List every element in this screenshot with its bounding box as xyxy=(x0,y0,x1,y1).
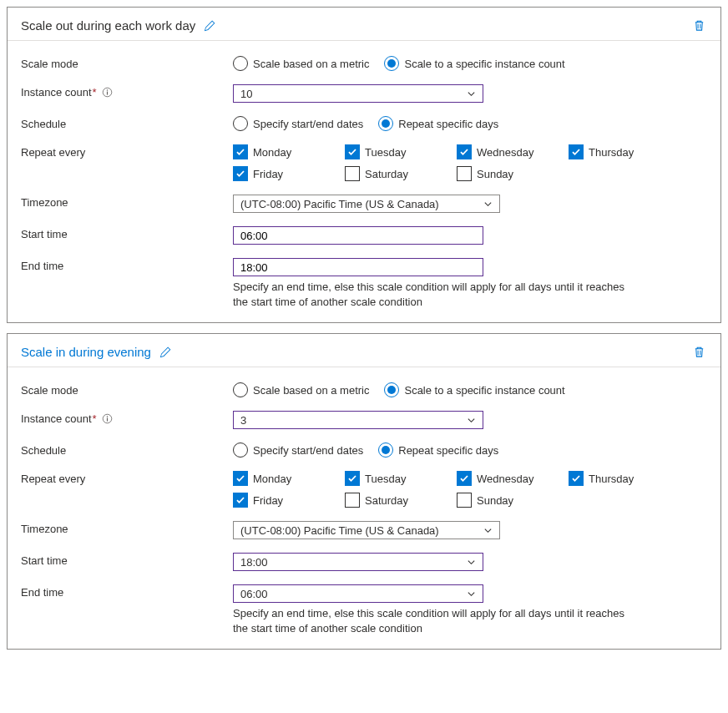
day-checkbox[interactable]: Sunday xyxy=(457,166,565,181)
chevron-down-icon xyxy=(467,589,476,599)
check-icon xyxy=(235,169,245,179)
schedule-repeat[interactable]: Repeat specific days xyxy=(378,442,498,458)
panel-body: Scale mode Scale based on a metric Scale… xyxy=(8,41,720,322)
day-label: Thursday xyxy=(589,473,634,485)
schedule-label: Schedule xyxy=(21,442,233,457)
scale-mode-specific[interactable]: Scale to a specific instance count xyxy=(384,56,564,71)
info-icon xyxy=(102,413,113,424)
chevron-down-icon xyxy=(483,200,493,209)
edit-title-button[interactable] xyxy=(202,18,217,33)
chevron-down-icon xyxy=(483,526,493,535)
day-label: Monday xyxy=(253,146,291,159)
schedule-repeat-label: Repeat specific days xyxy=(398,444,498,457)
day-checkbox[interactable]: Thursday xyxy=(569,471,677,486)
edit-icon xyxy=(159,346,171,358)
instance-count-label: Instance count* xyxy=(21,411,233,425)
svg-point-4 xyxy=(106,416,107,417)
day-label: Saturday xyxy=(365,494,408,507)
day-checkbox[interactable]: Wednesday xyxy=(457,144,565,159)
day-label: Tuesday xyxy=(365,473,406,485)
day-checkbox[interactable]: Wednesday xyxy=(457,471,565,486)
day-checkbox[interactable]: Thursday xyxy=(569,144,677,159)
scale-mode-label: Scale mode xyxy=(21,382,233,397)
svg-rect-2 xyxy=(107,92,108,95)
day-checkbox[interactable]: Tuesday xyxy=(345,471,453,486)
day-label: Wednesday xyxy=(477,146,533,159)
scale-mode-group: Scale based on a metric Scale to a speci… xyxy=(233,382,707,397)
day-checkbox[interactable]: Saturday xyxy=(345,166,453,181)
panel-header: Scale out during each work day xyxy=(8,8,720,41)
day-checkbox[interactable]: Friday xyxy=(233,166,341,181)
delete-icon xyxy=(693,19,705,32)
check-icon xyxy=(235,495,245,505)
start-time-select[interactable]: 18:00 xyxy=(233,553,483,571)
day-label: Saturday xyxy=(365,168,408,180)
chevron-down-icon xyxy=(467,558,476,567)
repeat-every-label: Repeat every xyxy=(21,144,233,159)
schedule-group: Specify start/end dates Repeat specific … xyxy=(233,116,707,131)
panel-body: Scale mode Scale based on a metric Scale… xyxy=(8,367,720,649)
day-label: Friday xyxy=(253,494,283,507)
timezone-label: Timezone xyxy=(21,521,233,535)
end-time-label: End time xyxy=(21,584,233,599)
start-time-label: Start time xyxy=(21,553,233,567)
day-label: Sunday xyxy=(477,168,513,180)
info-icon xyxy=(102,87,113,98)
panel-title: Scale in during evening xyxy=(21,345,151,359)
panel-title-wrap: Scale in during evening xyxy=(21,345,173,360)
end-time-label: End time xyxy=(21,258,233,272)
start-time-input[interactable] xyxy=(233,226,483,245)
edit-icon xyxy=(204,20,215,32)
check-icon xyxy=(571,147,581,157)
instance-count-select[interactable]: 10 xyxy=(233,84,483,103)
check-icon xyxy=(347,147,357,157)
scale-mode-metric[interactable]: Scale based on a metric xyxy=(233,56,369,71)
schedule-group: Specify start/end dates Repeat specific … xyxy=(233,442,707,458)
end-time-input[interactable] xyxy=(233,258,483,276)
scale-mode-metric[interactable]: Scale based on a metric xyxy=(233,382,369,397)
start-time-label: Start time xyxy=(21,226,233,240)
day-label: Friday xyxy=(253,168,283,180)
check-icon xyxy=(235,473,245,483)
day-checkbox[interactable]: Friday xyxy=(233,493,341,508)
scale-mode-specific[interactable]: Scale to a specific instance count xyxy=(384,382,564,397)
panel-header: Scale in during evening xyxy=(8,334,720,367)
scale-mode-specific-label: Scale to a specific instance count xyxy=(404,58,564,70)
check-icon xyxy=(571,473,581,483)
scale-mode-metric-label: Scale based on a metric xyxy=(253,384,369,397)
schedule-dates[interactable]: Specify start/end dates xyxy=(233,442,363,458)
schedule-dates[interactable]: Specify start/end dates xyxy=(233,116,363,131)
day-checkbox[interactable]: Monday xyxy=(233,471,341,486)
scale-mode-label: Scale mode xyxy=(21,56,233,70)
edit-title-button[interactable] xyxy=(158,345,173,360)
check-icon xyxy=(235,147,245,157)
day-label: Wednesday xyxy=(477,473,533,485)
day-checkbox[interactable]: Tuesday xyxy=(345,144,453,159)
end-time-select[interactable]: 06:00 xyxy=(233,584,483,603)
delete-icon xyxy=(693,346,705,358)
instance-count-label: Instance count* xyxy=(21,84,233,99)
day-checkbox[interactable]: Sunday xyxy=(457,493,565,508)
check-icon xyxy=(459,147,469,157)
schedule-dates-label: Specify start/end dates xyxy=(253,118,363,130)
check-icon xyxy=(459,473,469,483)
check-icon xyxy=(347,473,357,483)
delete-panel-button[interactable] xyxy=(691,18,707,33)
instance-count-select[interactable]: 3 xyxy=(233,411,483,429)
scale-condition-panel: Scale in during evening Scale mode Scale… xyxy=(7,333,721,650)
day-label: Sunday xyxy=(477,494,513,507)
day-checkbox[interactable]: Saturday xyxy=(345,493,453,508)
schedule-repeat-label: Repeat specific days xyxy=(398,118,498,130)
timezone-select[interactable]: (UTC-08:00) Pacific Time (US & Canada) xyxy=(233,195,500,213)
delete-panel-button[interactable] xyxy=(691,344,707,360)
day-checkbox[interactable]: Monday xyxy=(233,144,341,159)
chevron-down-icon xyxy=(467,416,476,425)
day-label: Thursday xyxy=(589,146,634,159)
schedule-label: Schedule xyxy=(21,116,233,130)
schedule-repeat[interactable]: Repeat specific days xyxy=(378,116,498,131)
svg-point-1 xyxy=(106,89,107,90)
day-label: Tuesday xyxy=(365,146,406,159)
timezone-select[interactable]: (UTC-08:00) Pacific Time (US & Canada) xyxy=(233,521,500,539)
repeat-every-label: Repeat every xyxy=(21,471,233,485)
scale-mode-metric-label: Scale based on a metric xyxy=(253,58,369,70)
